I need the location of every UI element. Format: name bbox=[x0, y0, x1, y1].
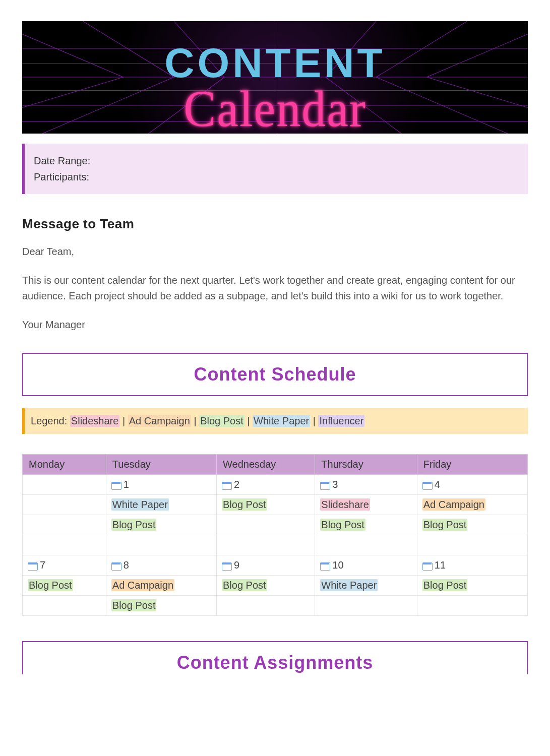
table-row: White PaperBlog PostSlideshareAd Campaig… bbox=[23, 495, 528, 515]
task-blog-post: Blog Post bbox=[28, 579, 73, 591]
date-number: 1 bbox=[124, 479, 129, 490]
date-cell: 10 bbox=[315, 555, 417, 576]
message-signoff: Your Manager bbox=[22, 317, 528, 333]
task-cell bbox=[417, 596, 527, 616]
date-number: 7 bbox=[40, 559, 45, 571]
date-number: 11 bbox=[435, 559, 446, 571]
schedule-table: MondayTuesdayWednesdayThursdayFriday 123… bbox=[22, 454, 528, 616]
date-number: 2 bbox=[234, 479, 239, 490]
calendar-icon bbox=[222, 481, 231, 489]
hero-subtitle: Calendar bbox=[22, 79, 528, 134]
task-cell: White Paper bbox=[106, 495, 216, 515]
hero-banner: CONTENT Calendar bbox=[22, 21, 528, 134]
calendar-icon bbox=[222, 561, 231, 570]
table-row: Blog PostAd CampaignBlog PostWhite Paper… bbox=[23, 576, 528, 596]
date-cell: 9 bbox=[217, 555, 315, 576]
task-cell: Blog Post bbox=[106, 596, 216, 616]
day-header-friday: Friday bbox=[417, 455, 527, 475]
empty-cell bbox=[417, 535, 527, 555]
task-ad-campaign: Ad Campaign bbox=[422, 498, 485, 511]
empty-cell bbox=[106, 535, 216, 555]
task-cell bbox=[23, 596, 106, 616]
task-white-paper: White Paper bbox=[111, 498, 169, 511]
date-cell: 7 bbox=[23, 555, 106, 576]
section-content-assignments: Content Assignments bbox=[22, 641, 528, 674]
message-body: This is our content calendar for the nex… bbox=[22, 273, 528, 304]
day-header-thursday: Thursday bbox=[315, 455, 417, 475]
task-blog-post: Blog Post bbox=[422, 519, 468, 531]
task-white-paper: White Paper bbox=[320, 579, 378, 591]
task-cell: Blog Post bbox=[217, 576, 315, 596]
task-slideshare: Slideshare bbox=[320, 498, 370, 511]
day-header-monday: Monday bbox=[23, 455, 106, 475]
task-ad-campaign: Ad Campaign bbox=[111, 579, 174, 591]
calendar-icon bbox=[28, 561, 37, 570]
table-row: 1234 bbox=[23, 475, 528, 495]
task-cell: Blog Post bbox=[106, 515, 216, 535]
date-number: 8 bbox=[124, 559, 129, 571]
task-cell: Ad Campaign bbox=[417, 495, 527, 515]
date-cell: 8 bbox=[106, 555, 216, 576]
calendar-icon bbox=[111, 481, 120, 489]
calendar-icon bbox=[320, 561, 329, 570]
task-cell: Blog Post bbox=[417, 515, 527, 535]
task-cell: Blog Post bbox=[23, 576, 106, 596]
task-cell bbox=[217, 596, 315, 616]
task-blog-post: Blog Post bbox=[222, 498, 267, 511]
task-blog-post: Blog Post bbox=[111, 519, 157, 531]
section-title: Content Assignments bbox=[177, 652, 374, 673]
task-cell: Slideshare bbox=[315, 495, 417, 515]
legend-separator: | bbox=[310, 415, 318, 426]
task-cell bbox=[217, 515, 315, 535]
date-cell: 3 bbox=[315, 475, 417, 495]
message-heading: Message to Team bbox=[22, 216, 528, 232]
table-row: Blog PostBlog PostBlog Post bbox=[23, 515, 528, 535]
task-cell: Blog Post bbox=[417, 576, 527, 596]
task-blog-post: Blog Post bbox=[222, 579, 267, 591]
task-blog-post: Blog Post bbox=[111, 599, 157, 611]
task-blog-post: Blog Post bbox=[422, 579, 468, 591]
legend-separator: | bbox=[245, 415, 253, 426]
legend-tag-slideshare: Slideshare bbox=[70, 415, 120, 427]
legend-tag-ad-campaign: Ad Campaign bbox=[128, 415, 191, 427]
task-cell bbox=[315, 596, 417, 616]
date-cell: 11 bbox=[417, 555, 527, 576]
calendar-icon bbox=[320, 481, 329, 489]
date-cell: 1 bbox=[106, 475, 216, 495]
legend-panel: Legend: Slideshare | Ad Campaign | Blog … bbox=[22, 408, 528, 434]
task-cell: Blog Post bbox=[315, 515, 417, 535]
legend-tag-influencer: Influencer bbox=[318, 415, 364, 427]
section-title: Content Schedule bbox=[194, 364, 356, 385]
date-cell: 2 bbox=[217, 475, 315, 495]
legend-label: Legend: bbox=[31, 415, 67, 426]
legend-tag-white-paper: White Paper bbox=[253, 415, 310, 427]
task-cell: Ad Campaign bbox=[106, 576, 216, 596]
task-blog-post: Blog Post bbox=[320, 519, 365, 531]
date-number: 4 bbox=[435, 479, 440, 490]
table-row: 7891011 bbox=[23, 555, 528, 576]
date-range-label: Date Range: bbox=[34, 153, 523, 169]
legend-separator: | bbox=[191, 415, 199, 426]
task-cell: White Paper bbox=[315, 576, 417, 596]
task-cell bbox=[23, 515, 106, 535]
participants-label: Participants: bbox=[34, 169, 523, 185]
empty-cell bbox=[23, 535, 106, 555]
info-panel: Date Range: Participants: bbox=[22, 144, 528, 194]
task-cell: Blog Post bbox=[217, 495, 315, 515]
calendar-icon bbox=[422, 481, 432, 489]
empty-cell bbox=[217, 535, 315, 555]
table-row: Blog Post bbox=[23, 596, 528, 616]
date-number: 10 bbox=[332, 559, 343, 571]
message-greeting: Dear Team, bbox=[22, 244, 528, 260]
table-row bbox=[23, 535, 528, 555]
day-header-wednesday: Wednesday bbox=[217, 455, 315, 475]
legend-separator: | bbox=[119, 415, 128, 426]
calendar-icon bbox=[111, 561, 120, 570]
date-number: 9 bbox=[234, 559, 239, 571]
empty-cell bbox=[315, 535, 417, 555]
date-number: 3 bbox=[332, 479, 338, 490]
task-cell bbox=[23, 495, 106, 515]
section-content-schedule: Content Schedule bbox=[22, 353, 528, 396]
calendar-icon bbox=[422, 561, 432, 570]
day-header-tuesday: Tuesday bbox=[106, 455, 216, 475]
